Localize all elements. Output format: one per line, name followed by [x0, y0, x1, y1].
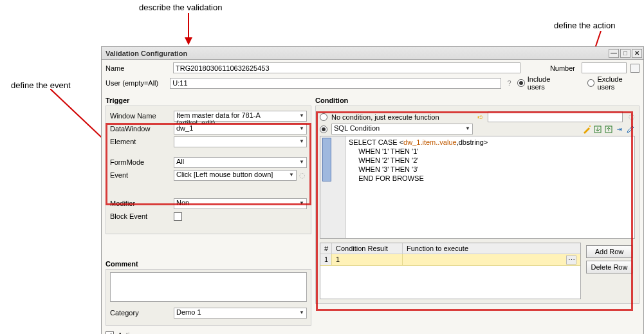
- magic-wand-icon[interactable]: [582, 125, 591, 134]
- import-icon[interactable]: [593, 125, 602, 134]
- exclude-users-radio[interactable]: Exclude users: [587, 75, 639, 91]
- sql-editor[interactable]: SELECT CASE <dw_1.item..value,dbstring> …: [320, 136, 635, 239]
- exclude-users-label: Exclude users: [597, 75, 639, 91]
- active-checkbox[interactable]: [106, 331, 114, 335]
- block-event-label: Block Event: [110, 212, 174, 220]
- element-label: Element: [110, 138, 174, 145]
- add-row-button[interactable]: Add Row: [586, 245, 632, 258]
- row-func-browse-icon[interactable]: ⋯: [566, 255, 576, 264]
- event-value: Click [Left mouse button down]: [176, 171, 273, 178]
- row-condresult[interactable]: 1: [332, 254, 403, 265]
- no-condition-label: No condition, just execute function: [331, 113, 439, 121]
- annotation-action: define the action: [554, 21, 615, 30]
- event-info-icon[interactable]: ◌: [298, 171, 307, 180]
- maximize-button[interactable]: □: [620, 49, 630, 58]
- no-condition-info-icon[interactable]: ◌: [629, 113, 635, 121]
- formmode-combo[interactable]: All: [174, 157, 307, 168]
- datawindow-label: DataWindow: [110, 125, 174, 133]
- number-options-icon[interactable]: [630, 64, 639, 73]
- svg-line-1: [50, 89, 108, 144]
- row-func[interactable]: ⋯: [403, 254, 580, 265]
- modifier-label: Modifier: [110, 199, 174, 207]
- modifier-value: Non: [176, 199, 189, 207]
- formmode-label: FormMode: [110, 158, 174, 166]
- include-users-radio[interactable]: Include users: [517, 75, 567, 91]
- col-condresult-header: Condition Result: [332, 243, 403, 254]
- edit-pencil-icon[interactable]: [626, 125, 635, 134]
- titlebar: Validation Configuration — □ ✕: [102, 47, 643, 60]
- trigger-title: Trigger: [106, 97, 311, 104]
- html-icon[interactable]: ⇥: [615, 125, 624, 134]
- comment-fieldset: Category Demo 1: [106, 269, 311, 326]
- number-input[interactable]: [582, 62, 627, 73]
- minimize-button[interactable]: —: [609, 49, 619, 58]
- element-combo[interactable]: [174, 136, 307, 147]
- col-func-header: Function to execute: [403, 243, 580, 254]
- condition-fieldset: No condition, just execute function ➪ ◌ …: [315, 106, 639, 304]
- function-table: # Condition Result Function to execute 1…: [320, 243, 581, 299]
- category-label: Category: [110, 309, 174, 317]
- number-label: Number: [550, 64, 575, 72]
- include-users-label: Include users: [528, 75, 567, 91]
- formmode-value: All: [176, 158, 184, 165]
- condition-title: Condition: [315, 97, 639, 104]
- no-condition-function-input[interactable]: [488, 111, 623, 122]
- col-num-header: #: [320, 243, 332, 254]
- trigger-fieldset: Window Name Item master data for 781-A (…: [106, 106, 311, 234]
- svg-point-3: [589, 125, 591, 127]
- sql-gutter: [320, 136, 346, 238]
- window-name-combo[interactable]: Item master data for 781-A (artikel_edit…: [174, 111, 307, 122]
- block-event-checkbox[interactable]: [174, 212, 182, 221]
- dialog-title: Validation Configuration: [106, 50, 187, 57]
- sql-condition-combo[interactable]: SQL Condition: [331, 124, 473, 135]
- comment-textarea[interactable]: [110, 272, 307, 302]
- arrow-down-describe: [182, 13, 195, 45]
- category-value: Demo 1: [176, 308, 201, 316]
- datawindow-value: dw_1: [176, 124, 193, 132]
- user-lookup-icon[interactable]: ?: [505, 79, 513, 87]
- close-button[interactable]: ✕: [632, 49, 642, 58]
- sql-text[interactable]: SELECT CASE <dw_1.item..value,dbstring> …: [346, 136, 490, 238]
- dialog-validation-config: Validation Configuration — □ ✕ Name Numb…: [101, 46, 644, 334]
- sql-condition-radio[interactable]: [320, 125, 327, 133]
- event-combo[interactable]: Click [Left mouse button down]: [174, 170, 297, 181]
- table-row[interactable]: 1 1 ⋯: [320, 254, 580, 266]
- name-input[interactable]: [173, 62, 520, 73]
- category-combo[interactable]: Demo 1: [174, 308, 307, 319]
- name-label: Name: [106, 64, 169, 72]
- delete-row-button[interactable]: Delete Row: [586, 261, 632, 274]
- datawindow-combo[interactable]: dw_1: [174, 124, 307, 135]
- window-name-label: Window Name: [110, 112, 174, 120]
- active-label: Active: [118, 331, 137, 334]
- event-label: Event: [110, 171, 174, 179]
- function-table-header: # Condition Result Function to execute: [320, 243, 580, 254]
- no-condition-radio[interactable]: [320, 113, 327, 121]
- user-label: User (empty=All): [106, 79, 166, 87]
- sql-condition-value: SQL Condition: [334, 124, 380, 132]
- annotation-describe: describe the validation: [139, 3, 222, 12]
- goto-function-icon[interactable]: ➪: [477, 113, 484, 122]
- comment-title: Comment: [106, 260, 311, 268]
- modifier-combo[interactable]: Non: [174, 198, 307, 209]
- export-icon[interactable]: [604, 125, 613, 134]
- user-input[interactable]: [170, 78, 501, 89]
- row-num: 1: [320, 254, 332, 265]
